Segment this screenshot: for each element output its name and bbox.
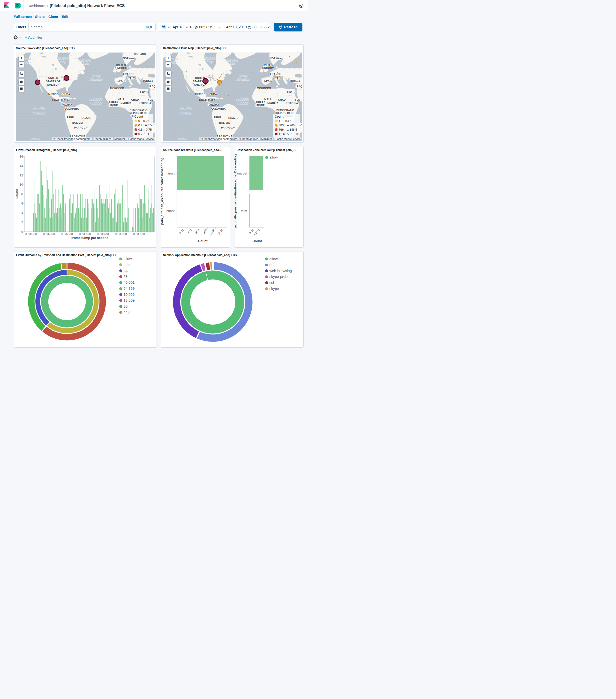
svg-text:BOLIVIA: BOLIVIA [219,121,230,124]
svg-text:COLOMBIA: COLOMBIA [211,107,226,110]
svg-text:South: South [178,137,187,141]
svg-text:MALI: MALI [264,98,271,101]
svg-text:Labrador: Labrador [225,59,239,62]
svg-text:MOROCCO: MOROCCO [110,87,124,90]
svg-text:CHAD: CHAD [278,98,286,101]
svg-text:PANAMA: PANAMA [61,103,72,106]
svg-text:KINGDOM: KINGDOM [261,67,274,69]
svg-text:PANAMA: PANAMA [207,103,219,106]
svg-text:ETHIOPIA: ETHIOPIA [139,102,151,105]
svg-text:AMERICA: AMERICA [47,83,59,86]
svg-text:BRAZIL: BRAZIL [228,116,238,119]
svg-text:GUATEMALA: GUATEMALA [199,98,216,102]
svg-text:CHAD: CHAD [131,98,139,101]
svg-text:ITALY: ITALY [127,77,135,80]
svg-text:LEONE: LEONE [109,104,118,107]
svg-text:Ocean: Ocean [237,102,249,105]
svg-text:MALI: MALI [117,98,124,101]
svg-text:Norda: Norda [92,75,101,77]
svg-text:Atlantiko: Atlantiko [236,78,250,81]
svg-text:ETHIOPIA: ETHIOPIA [285,102,298,105]
svg-text:NORWAY: NORWAY [123,57,135,60]
svg-text:EGYPT: EGYPT [287,91,296,93]
svg-text:STATES OF: STATES OF [46,80,60,83]
svg-text:BRAZIL: BRAZIL [81,116,91,119]
svg-text:FINLAND: FINLAND [134,53,146,56]
svg-text:DEMOCRATIC: DEMOCRATIC [130,109,147,111]
svg-text:SIERRA: SIERRA [255,101,266,104]
svg-text:NORWAY: NORWAY [270,57,281,60]
svg-text:SIERRA: SIERRA [109,101,119,104]
svg-text:TURKEY: TURKEY [290,79,300,82]
svg-text:Atlantic: Atlantic [236,97,250,101]
svg-text:NIGERIA: NIGERIA [267,102,279,105]
svg-text:IRAQ: IRAQ [149,85,155,88]
svg-text:PERU: PERU [67,116,74,119]
svg-text:South: South [31,137,40,141]
svg-text:GUATEMALA: GUATEMALA [52,98,69,102]
svg-text:Ocean: Ocean [90,102,102,105]
svg-text:MEXICO: MEXICO [48,93,58,96]
svg-text:ITALY: ITALY [274,77,281,80]
svg-text:Hudson: Hudson [204,57,216,60]
svg-text:UNITED: UNITED [116,64,126,67]
svg-text:FRANCE: FRANCE [123,72,134,76]
svg-text:Sea: Sea [229,62,236,66]
svg-text:BOLIVIA: BOLIVIA [72,121,83,124]
svg-text:YEM: YEM [148,98,153,101]
svg-text:Bay: Bay [207,60,213,63]
svg-text:MEXICO: MEXICO [195,93,205,96]
svg-text:Sea: Sea [82,62,89,66]
svg-text:SPAIN: SPAIN [117,79,125,82]
svg-text:Pacific: Pacific [34,107,45,110]
svg-text:Pacific: Pacific [180,107,192,110]
svg-text:TURKEY: TURKEY [143,79,153,82]
svg-text:CUBA: CUBA [63,93,70,96]
svg-text:KINGDOM: KINGDOM [115,67,127,69]
svg-text:Ocean: Ocean [33,111,44,115]
svg-text:DEMOCRATIC: DEMOCRATIC [276,109,294,111]
svg-text:IRAQ: IRAQ [296,85,302,88]
svg-text:FRANCE: FRANCE [270,72,281,76]
svg-text:PARAGUAY: PARAGUAY [221,126,236,129]
svg-text:PERU: PERU [213,116,220,119]
svg-text:UNITED: UNITED [263,64,273,67]
svg-text:LEONE: LEONE [255,104,265,107]
svg-text:Atlantiko: Atlantiko [90,78,103,81]
svg-text:PARAGUAY: PARAGUAY [74,126,89,129]
svg-text:Norda: Norda [239,75,247,77]
svg-text:Hudson: Hudson [57,57,69,60]
svg-text:MOROCCO: MOROCCO [257,87,271,90]
svg-text:EGYPT: EGYPT [140,91,149,93]
svg-text:Labrador: Labrador [78,59,92,62]
svg-text:Bay: Bay [60,60,66,63]
svg-text:CUBA: CUBA [209,93,217,96]
svg-text:UNITED: UNITED [48,77,58,79]
svg-text:SPAIN: SPAIN [264,79,272,82]
svg-text:NIGERIA: NIGERIA [120,102,132,105]
svg-text:YEM: YEM [295,98,300,101]
svg-text:Ocean: Ocean [180,111,191,115]
svg-text:COLOMBIA: COLOMBIA [64,107,79,110]
svg-text:Atlantic: Atlantic [89,97,103,101]
